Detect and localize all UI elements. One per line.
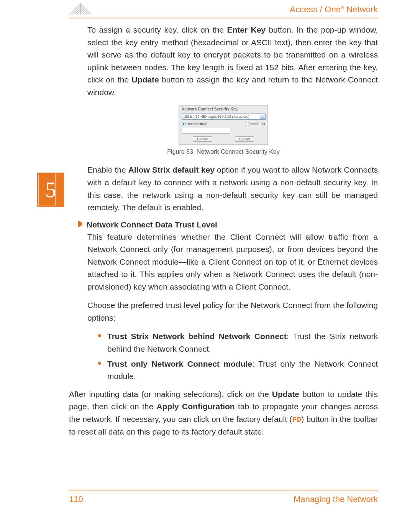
radio-dot-icon — [182, 122, 186, 126]
brand-sup: ® — [341, 5, 344, 10]
select-text: 152 bit (32 HEX digits/16 ASCII characte… — [183, 115, 249, 119]
key-input[interactable] — [182, 128, 230, 133]
p5-bold-apply-config: Apply Configuration — [156, 402, 235, 411]
round-bullet-icon — [98, 334, 101, 337]
option-2: Trust only Network Connect module: Trust… — [98, 358, 378, 383]
radio-ascii[interactable]: Ascii Text — [246, 122, 265, 126]
dialog-cancel-button[interactable]: Cancel — [235, 136, 254, 142]
option-1: Trust Strix Network behind Network Conne… — [98, 330, 378, 355]
paragraph-3: This feature determines whether the Clie… — [87, 231, 378, 293]
key-length-select[interactable]: 152 bit (32 HEX digits/16 ASCII characte… — [182, 114, 266, 120]
figure-wrap: Network Connect Security Key: 152 bit (3… — [69, 105, 378, 145]
option1-title: Trust Strix Network behind Network Conne… — [107, 332, 287, 341]
paragraph-1: To assign a security key, click on the E… — [87, 24, 378, 99]
dialog-title: Network Connect Security Key: — [179, 105, 267, 112]
paragraph-4: Choose the preferred trust level policy … — [87, 299, 378, 324]
bullet-half-circle-icon — [78, 221, 82, 227]
p2-bold-allow-strix: Allow Strix default key — [128, 165, 215, 174]
chapter-tab: 5 — [37, 173, 64, 207]
paragraph-5: After inputting data (or making selectio… — [69, 388, 378, 438]
p1-bold-enter-key: Enter Key — [227, 25, 266, 34]
radio2-label: Ascii Text — [251, 122, 265, 126]
option2-title: Trust only Network Connect module — [107, 359, 252, 368]
fd-label: FD — [292, 415, 301, 424]
page-number: 110 — [69, 494, 83, 504]
dialog-update-button[interactable]: Update — [193, 136, 212, 142]
security-key-dialog: Network Connect Security Key: 152 bit (3… — [179, 105, 268, 145]
p5-text1: After inputting data (or making selectio… — [69, 390, 272, 398]
brand-pre: Access / One — [290, 5, 341, 14]
radio1-label: Hexadecimal — [187, 122, 207, 126]
brand-post: Network — [344, 5, 378, 14]
header-bar: Access / One® Network — [69, 3, 378, 18]
p5-bold-update: Update — [272, 390, 299, 398]
radio-hexadecimal[interactable]: Hexadecimal — [182, 122, 207, 126]
bullet-heading-row: Network Connect Data Trust Level — [78, 220, 378, 229]
figure-caption: Figure 83. Network Connect Security Key — [69, 148, 378, 155]
bullet-heading: Network Connect Data Trust Level — [87, 220, 217, 229]
p2-text1: Enable the — [87, 165, 128, 174]
round-bullet-icon — [98, 362, 101, 365]
paragraph-2: Enable the Allow Strix default key optio… — [87, 164, 378, 214]
brand-label: Access / One® Network — [290, 5, 378, 15]
footer-bar: 110 Managing the Network — [69, 491, 378, 504]
p1-bold-update: Update — [131, 75, 159, 84]
radio-dot-icon — [246, 122, 250, 126]
section-title: Managing the Network — [294, 494, 378, 504]
p1-text1: To assign a security key, click on the — [87, 25, 227, 34]
logo-icon — [69, 2, 92, 15]
